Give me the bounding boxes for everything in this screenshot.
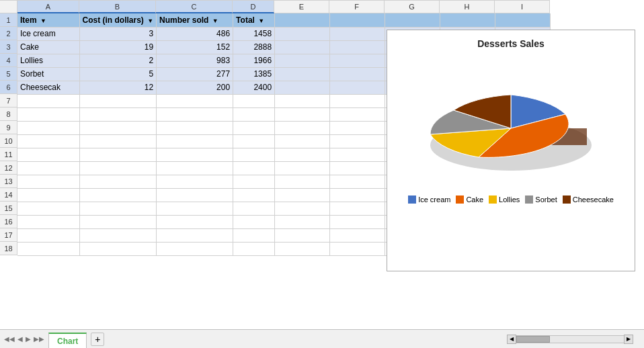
tab-nav-first[interactable]: ◀◀ <box>3 334 16 344</box>
cell-d3[interactable]: 2888 <box>233 40 275 54</box>
bottom-scroll-area: ◀ ▶ <box>104 335 644 344</box>
cell-d7[interactable] <box>233 94 275 107</box>
cell-e6[interactable] <box>275 81 330 94</box>
col-header-i[interactable]: I <box>495 0 550 13</box>
tab-chart-label: Chart <box>57 337 78 346</box>
cell-f5[interactable] <box>330 67 385 81</box>
row-header-4[interactable]: 4 <box>0 54 17 67</box>
cell-d6[interactable]: 2400 <box>233 81 275 94</box>
cell-f1[interactable] <box>330 13 385 27</box>
cell-g1[interactable] <box>385 13 440 27</box>
cell-b2[interactable]: 3 <box>79 27 157 40</box>
tab-nav-prev[interactable]: ◀ <box>16 334 24 344</box>
row-header-8[interactable]: 8 <box>0 107 17 121</box>
row-header-11[interactable]: 11 <box>0 148 17 161</box>
legend-color-cake <box>456 195 464 204</box>
cell-c4[interactable]: 983 <box>157 54 233 67</box>
cell-c5[interactable]: 277 <box>157 67 233 81</box>
legend-label-lollies: Lollies <box>499 195 520 204</box>
legend-label-cake: Cake <box>466 195 483 204</box>
row-header-2[interactable]: 2 <box>0 27 17 40</box>
cell-a7[interactable] <box>17 94 79 107</box>
cell-b3[interactable]: 19 <box>79 40 157 54</box>
legend-label-icecream: Ice cream <box>418 195 450 204</box>
cell-d5[interactable]: 1385 <box>233 67 275 81</box>
dropdown-arrow-a1[interactable]: ▼ <box>40 17 46 24</box>
row-header-18[interactable]: 18 <box>0 242 17 255</box>
scroll-track[interactable] <box>516 335 624 343</box>
legend-color-icecream <box>408 195 416 204</box>
cell-e3[interactable] <box>275 40 330 54</box>
row-header-12[interactable]: 12 <box>0 161 17 175</box>
cell-b4[interactable]: 2 <box>79 54 157 67</box>
cell-f3[interactable] <box>330 40 385 54</box>
cell-c1[interactable]: Number sold ▼ <box>157 13 233 27</box>
col-header-d[interactable]: D <box>233 0 274 13</box>
scroll-thumb[interactable] <box>516 336 550 343</box>
scroll-right-btn[interactable]: ▶ <box>624 335 633 344</box>
col-header-c[interactable]: C <box>156 0 233 13</box>
scroll-left-btn[interactable]: ◀ <box>507 335 516 344</box>
row-header-3[interactable]: 3 <box>0 40 17 54</box>
row-header-1[interactable]: 1 <box>0 13 17 27</box>
row-header-14[interactable]: 14 <box>0 188 17 202</box>
col-header-g[interactable]: G <box>385 0 440 13</box>
chart-svg-container <box>387 54 635 189</box>
cell-f4[interactable] <box>330 54 385 67</box>
row-header-13[interactable]: 13 <box>0 175 17 188</box>
cell-b5[interactable]: 5 <box>79 67 157 81</box>
cell-f7[interactable] <box>330 94 385 107</box>
cell-e1[interactable] <box>275 13 330 27</box>
row-header-7[interactable]: 7 <box>0 94 17 107</box>
cell-d1[interactable]: Total ▼ <box>233 13 275 27</box>
cell-d4[interactable]: 1966 <box>233 54 275 67</box>
row-header-17[interactable]: 17 <box>0 228 17 242</box>
tab-add-button[interactable]: + <box>91 333 104 346</box>
cell-b6[interactable]: 12 <box>79 81 157 94</box>
cell-i1[interactable] <box>495 13 551 27</box>
cell-e7[interactable] <box>275 94 330 107</box>
dropdown-arrow-b1[interactable]: ▼ <box>147 17 153 24</box>
cell-e4[interactable] <box>275 54 330 67</box>
cell-f2[interactable] <box>330 27 385 40</box>
cell-e5[interactable] <box>275 67 330 81</box>
legend-item-lollies: Lollies <box>489 195 520 204</box>
cell-a6[interactable]: Cheesecak <box>17 81 79 94</box>
cell-d2[interactable]: 1458 <box>233 27 275 40</box>
col-header-f[interactable]: F <box>329 0 385 13</box>
cell-b7[interactable] <box>79 94 157 107</box>
cell-c2[interactable]: 486 <box>157 27 233 40</box>
cell-a5[interactable]: Sorbet <box>17 67 79 81</box>
tab-nav-next[interactable]: ▶ <box>24 334 32 344</box>
row-header-9[interactable]: 9 <box>0 121 17 134</box>
cell-h1[interactable] <box>440 13 495 27</box>
row-header-16[interactable]: 16 <box>0 215 17 228</box>
col-header-e[interactable]: E <box>274 0 329 13</box>
cell-a1[interactable]: Item ▼ <box>17 13 79 27</box>
row-header-15[interactable]: 15 <box>0 202 17 215</box>
tab-bar: ◀◀ ◀ ▶ ▶▶ Chart + ◀ ▶ <box>0 329 644 348</box>
legend-label-cheesecake: Cheesecake <box>573 195 614 204</box>
cell-a2[interactable]: Ice cream <box>17 27 79 40</box>
dropdown-arrow-d1[interactable]: ▼ <box>258 17 264 24</box>
tab-add-icon: + <box>95 334 100 345</box>
cell-c6[interactable]: 200 <box>157 81 233 94</box>
cell-c3[interactable]: 152 <box>157 40 233 54</box>
row-header-5[interactable]: 5 <box>0 67 17 81</box>
col-header-a[interactable]: A <box>17 0 79 13</box>
cell-c7[interactable] <box>157 94 233 107</box>
dropdown-arrow-c1[interactable]: ▼ <box>212 17 218 24</box>
row-header-10[interactable]: 10 <box>0 134 17 148</box>
cell-f6[interactable] <box>330 81 385 94</box>
cell-e2[interactable] <box>275 27 330 40</box>
cell-b1[interactable]: Cost (in dollars) ▼ <box>79 13 157 27</box>
cell-a4[interactable]: Lollies <box>17 54 79 67</box>
tab-nav-last[interactable]: ▶▶ <box>32 334 46 344</box>
chart-container: Desserts Sales <box>387 30 635 271</box>
row-header-6[interactable]: 6 <box>0 81 17 94</box>
col-header-h[interactable]: H <box>440 0 495 13</box>
legend-label-sorbet: Sorbet <box>535 195 557 204</box>
tab-chart[interactable]: Chart <box>48 333 87 349</box>
col-header-b[interactable]: B <box>79 0 156 13</box>
cell-a3[interactable]: Cake <box>17 40 79 54</box>
